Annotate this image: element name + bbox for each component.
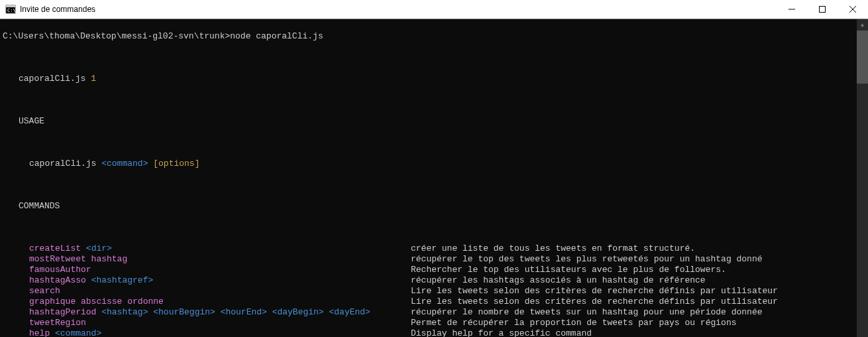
minimize-button[interactable]: [777, 0, 807, 19]
program-version: 1: [91, 74, 96, 84]
command-row: famousAuthorRechercher le top des utilis…: [3, 265, 854, 275]
usage-command: <command>: [101, 159, 148, 168]
command-name: search: [29, 286, 60, 296]
svg-rect-1: [6, 5, 15, 7]
command-desc: Lire les tweets selon des critères de re…: [411, 297, 854, 307]
scrollbar-thumb[interactable]: [857, 31, 868, 84]
command-desc: récupérer le top des tweets les plus ret…: [411, 254, 854, 265]
terminal-area: C:\Users\thoma\Desktop\messi-gl02-svn\tr…: [0, 19, 868, 337]
vertical-scrollbar[interactable]: ▲: [857, 19, 868, 337]
command-row: hashtagAsso <hashtagref>récupérer les ha…: [3, 275, 854, 286]
window-title: Invite de commandes: [20, 5, 777, 14]
command-desc: Display help for a specific command: [411, 328, 854, 337]
window-titlebar: C:\ Invite de commandes: [0, 0, 868, 19]
command-row: createList <dir>créer une liste de tous …: [3, 243, 854, 254]
section-usage: USAGE: [3, 116, 854, 127]
program-name: caporalCli.js: [19, 74, 85, 84]
command-desc: récupérer le nombre de tweets sur un has…: [411, 307, 854, 318]
command-arg: <dir>: [86, 243, 112, 253]
command-row: hashtagPeriod <hashtag> <hourBeggin> <ho…: [3, 307, 854, 318]
command-name: famousAuthor: [29, 265, 91, 275]
command-name: help: [29, 328, 55, 337]
command-row: tweetRegionPermet de récupérer la propor…: [3, 318, 854, 328]
command-name: mostRetweet hashtag: [29, 254, 127, 264]
svg-text:C:\: C:\: [7, 8, 16, 13]
command-name: hashtagAsso: [29, 275, 91, 285]
command-desc: Lire les tweets selon des critères de re…: [411, 286, 854, 297]
cmd-icon: C:\: [5, 4, 16, 15]
usage-prog: caporalCli.js: [29, 159, 101, 168]
maximize-button[interactable]: [807, 0, 838, 19]
prompt-line: C:\Users\thoma\Desktop\messi-gl02-svn\tr…: [3, 31, 854, 42]
window-controls: [777, 0, 868, 19]
command-row: mostRetweet hashtagrécupérer le top des …: [3, 254, 854, 265]
close-button[interactable]: [838, 0, 868, 19]
scrollbar-up-arrow[interactable]: ▲: [857, 19, 868, 31]
command-name: graphique abscisse ordonne: [29, 297, 164, 306]
usage-options: [options]: [148, 159, 199, 168]
svg-rect-4: [820, 7, 826, 13]
command-row: help <command>Display help for a specifi…: [3, 328, 854, 337]
terminal-output[interactable]: C:\Users\thoma\Desktop\messi-gl02-svn\tr…: [0, 19, 857, 337]
command-desc: Rechercher le top des utilisateurs avec …: [411, 265, 854, 275]
command-arg: <command>: [55, 328, 101, 337]
command-name: tweetRegion: [29, 318, 86, 328]
command-desc: Permet de récupérer la proportion de twe…: [411, 318, 854, 328]
command-arg: <hashtag> <hourBeggin> <hourEnd> <dayBeg…: [101, 307, 370, 317]
command-name: hashtagPeriod: [29, 307, 101, 317]
command-row: graphique abscisse ordonneLire les tweet…: [3, 297, 854, 307]
command-desc: récupérer les hashtags associés à un has…: [411, 275, 854, 286]
command-arg: <hashtagref>: [91, 275, 154, 285]
command-name: createList: [29, 243, 86, 253]
command-row: searchLire les tweets selon des critères…: [3, 286, 854, 297]
section-commands: COMMANDS: [3, 201, 854, 212]
command-desc: créer une liste de tous les tweets en fo…: [411, 243, 854, 254]
